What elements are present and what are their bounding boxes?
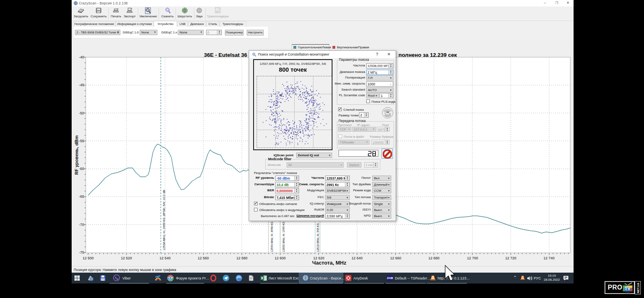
svg-text:12 540: 12 540 bbox=[159, 256, 171, 260]
svg-text:12538 MHz; H; 2999 KS ;8PSK; 5: 12538 MHz; H; 2999 KS ;8PSK; 5/6; 10.2 d… bbox=[162, 190, 166, 250]
svg-text:-70: -70 bbox=[79, 223, 84, 227]
svg-text:-60: -60 bbox=[79, 167, 84, 171]
svg-text:NET.UA: NET.UA bbox=[636, 283, 640, 293]
svg-text:Частота, MHz: Частота, MHz bbox=[312, 260, 347, 266]
svg-text:12 720: 12 720 bbox=[505, 256, 516, 260]
svg-text:Вертикальная/Правая: Вертикальная/Правая bbox=[337, 46, 369, 49]
svg-text:12 580: 12 580 bbox=[236, 256, 248, 260]
svg-text:-45: -45 bbox=[79, 83, 84, 87]
svg-text:12 700: 12 700 bbox=[467, 256, 478, 260]
svg-text:-55: -55 bbox=[79, 139, 84, 143]
svg-text:полнено за 12.239 сек: полнено за 12.239 сек bbox=[398, 52, 457, 58]
svg-text:12 500: 12 500 bbox=[83, 256, 94, 260]
svg-text:RF уровень, dBm: RF уровень, dBm bbox=[74, 135, 79, 175]
svg-text:-40: -40 bbox=[79, 55, 84, 59]
svg-text:12600 MHz; H; 1999 KS: 12600 MHz; H; 1999 KS bbox=[282, 221, 285, 252]
svg-text:12618 MHz; H; 949 KS: 12618 MHz; H; 949 KS bbox=[316, 223, 319, 252]
svg-text:12 640: 12 640 bbox=[351, 256, 363, 260]
svg-text:12 680: 12 680 bbox=[428, 256, 440, 260]
svg-text:36E - Eutelsat 36: 36E - Eutelsat 36 bbox=[204, 52, 248, 58]
svg-text:DVB: DVB bbox=[387, 277, 393, 279]
svg-text:12 520: 12 520 bbox=[121, 256, 132, 260]
svg-text:12 600: 12 600 bbox=[275, 256, 286, 260]
svg-text:TV: TV bbox=[625, 286, 631, 291]
svg-text:12 740: 12 740 bbox=[543, 256, 555, 260]
svg-text:-50: -50 bbox=[79, 111, 84, 115]
svg-text:12 560: 12 560 bbox=[198, 256, 209, 260]
svg-text:12593 MHz; H; 4998 KS: 12593 MHz; H; 4998 KS bbox=[270, 221, 273, 252]
svg-text:-75: -75 bbox=[79, 250, 84, 255]
svg-text:12 660: 12 660 bbox=[390, 256, 401, 260]
svg-text:-65: -65 bbox=[79, 195, 84, 199]
svg-text:Горизонтальная/Левая: Горизонтальная/Левая bbox=[298, 46, 331, 49]
